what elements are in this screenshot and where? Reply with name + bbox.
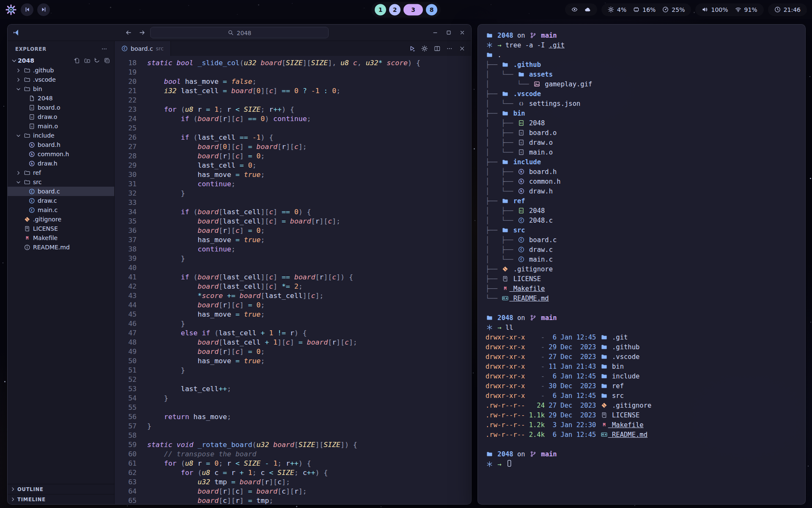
media-prev-button[interactable] (21, 3, 33, 16)
explorer-item-LICENSE[interactable]: LICENSE (8, 224, 114, 233)
weather-widget[interactable] (584, 6, 591, 13)
explorer-item-board.c[interactable]: Cboard.c (8, 187, 114, 196)
code-line-57[interactable]: 57} (115, 422, 471, 431)
code-line-48[interactable]: 48 board[last_cell + 1][c] = board[r][c]… (115, 338, 471, 347)
wifi-strength[interactable]: 91% (735, 6, 757, 13)
workspace-1[interactable]: 1 (375, 4, 386, 15)
explorer-item-board.h[interactable]: hboard.h (8, 140, 114, 149)
volume-level[interactable]: 100% (702, 6, 728, 13)
explorer-item-README.md[interactable]: README.md (8, 243, 114, 252)
code-line-47[interactable]: 47 else if (last_cell + 1 != r) { (115, 329, 471, 338)
code-line-44[interactable]: 44 board[r][c] = 0; (115, 301, 471, 310)
code-line-22[interactable]: 22 (115, 96, 471, 105)
explorer-root-folder[interactable]: 2048 (8, 55, 114, 66)
workspace-3[interactable]: 3 (403, 4, 423, 15)
more-actions-button[interactable] (446, 45, 453, 52)
code-line-49[interactable]: 49 board[r][c] = 0; (115, 347, 471, 356)
code-line-36[interactable]: 36 board[r][c] = 0; (115, 226, 471, 235)
visibility-widget[interactable] (571, 6, 578, 13)
code-line-61[interactable]: 61 for (u8 r = 0; r < SIZE - 1; r++) { (115, 459, 471, 468)
explorer-more-button[interactable] (101, 46, 107, 52)
collapse-folders-button[interactable] (104, 58, 110, 64)
code-line-58[interactable]: 58 (115, 431, 471, 440)
code-line-43[interactable]: 43 *score += board[last_cell][c]; (115, 291, 471, 301)
split-editor-button[interactable] (434, 45, 441, 52)
code-line-51[interactable]: 51 } (115, 366, 471, 375)
command-center-search[interactable]: 2048 (150, 27, 329, 39)
explorer-item-.vscode[interactable]: .vscode (8, 75, 114, 84)
code-line-38[interactable]: 38 continue; (115, 245, 471, 254)
explorer-item-include[interactable]: include (8, 131, 114, 140)
code-line-28[interactable]: 28 board[r][c] = 0; (115, 152, 471, 161)
code-line-30[interactable]: 30 has_move = true; (115, 170, 471, 179)
workspace-8[interactable]: 8 (426, 4, 437, 15)
explorer-item-draw.o[interactable]: odraw.o (8, 112, 114, 121)
explorer-item-.github[interactable]: .github (8, 66, 114, 75)
new-file-button[interactable] (74, 58, 80, 64)
explorer-item-main.c[interactable]: Cmain.c (8, 205, 114, 215)
cpu-usage[interactable]: 4% (608, 6, 626, 13)
code-line-26[interactable]: 26 if (last_cell == -1) { (115, 133, 471, 142)
code-line-59[interactable]: 59static void _rotate_board(u32 board[SI… (115, 440, 471, 450)
explorer-item-.gitignore[interactable]: .gitignore (8, 215, 114, 224)
code-line-32[interactable]: 32 } (115, 189, 471, 198)
code-line-18[interactable]: 18static bool _slide_col(u32 board[SIZE]… (115, 58, 471, 68)
code-line-19[interactable]: 19 (115, 68, 471, 77)
editor-titlebar[interactable]: 2048 (8, 25, 471, 41)
code-line-33[interactable]: 33 (115, 198, 471, 207)
disk-usage[interactable]: 25% (662, 6, 685, 13)
code-line-63[interactable]: 63 u32 tmp = board[r][c]; (115, 478, 471, 487)
tab-board.c[interactable]: C board.c src (115, 41, 171, 56)
code-editor[interactable]: 18static bool _slide_col(u32 board[SIZE]… (115, 56, 471, 504)
explorer-item-draw.h[interactable]: hdraw.h (8, 159, 114, 168)
settings-button[interactable] (421, 45, 428, 52)
code-line-31[interactable]: 31 continue; (115, 179, 471, 189)
explorer-item-Makefile[interactable]: MMakefile (8, 233, 114, 243)
terminal-window[interactable]: 2048 on main → tree -a -I .git .├── .git… (477, 24, 806, 505)
explorer-item-2048[interactable]: 2048 (8, 94, 114, 103)
clock[interactable]: 21:46 (774, 6, 801, 13)
sidebar-panel-outline[interactable]: OUTLINE (8, 484, 114, 494)
code-line-65[interactable]: 65 board[c][r] = tmp; (115, 496, 471, 504)
run-file-button[interactable] (409, 45, 416, 52)
explorer-item-ref[interactable]: ref (8, 168, 114, 177)
media-next-button[interactable] (37, 3, 50, 16)
code-line-52[interactable]: 52 (115, 375, 471, 384)
code-line-64[interactable]: 64 board[r][c] = board[c][r]; (115, 487, 471, 496)
code-line-41[interactable]: 41 if (board[last_cell][c] == board[r][c… (115, 273, 471, 282)
code-line-34[interactable]: 34 if (board[last_cell][c] == 0) { (115, 207, 471, 217)
memory-usage[interactable]: 16% (633, 6, 656, 13)
code-line-50[interactable]: 50 has_move = true; (115, 356, 471, 366)
code-line-40[interactable]: 40 (115, 263, 471, 273)
code-line-54[interactable]: 54 } (115, 394, 471, 403)
code-line-23[interactable]: 23 for (u8 r = 1; r < SIZE; r++) { (115, 105, 471, 114)
maximize-button[interactable] (446, 30, 452, 36)
app-launcher-icon[interactable] (5, 4, 17, 16)
close-editor-button[interactable] (459, 45, 466, 52)
code-line-25[interactable]: 25 (115, 124, 471, 133)
code-line-60[interactable]: 60 // transpose the board (115, 450, 471, 459)
workspace-2[interactable]: 2 (389, 4, 401, 15)
code-line-56[interactable]: 56 return has_move; (115, 412, 471, 422)
explorer-item-common.h[interactable]: hcommon.h (8, 149, 114, 159)
code-line-46[interactable]: 46 } (115, 319, 471, 329)
sidebar-panel-timeline[interactable]: TIMELINE (8, 494, 114, 504)
explorer-item-bin[interactable]: bin (8, 84, 114, 94)
refresh-explorer-button[interactable] (94, 58, 100, 64)
code-line-45[interactable]: 45 has_move = true; (115, 310, 471, 319)
code-line-62[interactable]: 62 for (u8 c = r + 1; c < SIZE; c++) { (115, 468, 471, 478)
code-line-24[interactable]: 24 if (board[r][c] == 0) continue; (115, 114, 471, 124)
explorer-item-draw.c[interactable]: Cdraw.c (8, 196, 114, 205)
code-line-53[interactable]: 53 last_cell++; (115, 384, 471, 394)
close-button[interactable] (459, 30, 465, 36)
minimize-button[interactable] (432, 30, 438, 36)
explorer-item-main.o[interactable]: omain.o (8, 121, 114, 131)
code-line-42[interactable]: 42 board[last_cell][c] *= 2; (115, 282, 471, 291)
code-line-27[interactable]: 27 board[0][c] = board[r][c]; (115, 142, 471, 152)
code-line-39[interactable]: 39 } (115, 254, 471, 263)
code-line-20[interactable]: 20 bool has_move = false; (115, 77, 471, 86)
forward-button[interactable] (139, 29, 145, 36)
new-folder-button[interactable] (84, 58, 91, 64)
back-button[interactable] (125, 29, 132, 36)
explorer-item-src[interactable]: src (8, 177, 114, 187)
